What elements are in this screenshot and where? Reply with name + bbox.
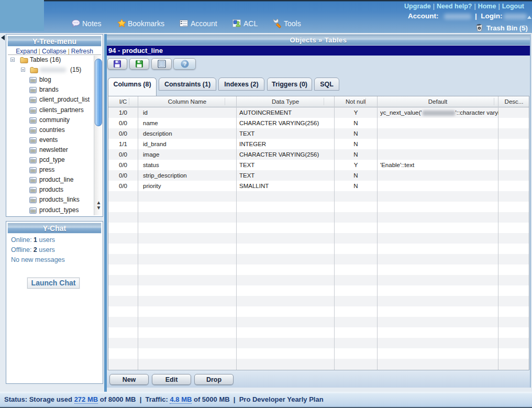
svg-text:?: ? <box>183 61 186 67</box>
